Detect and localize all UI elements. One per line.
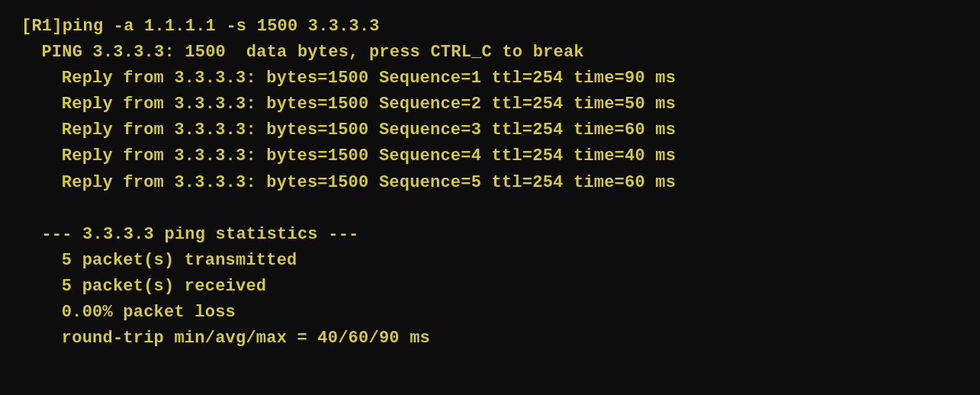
command-line: [R1]ping -a 1.1.1.1 -s 1500 3.3.3.3: [21, 14, 959, 40]
transmitted-line: 5 packet(s) transmitted: [21, 248, 959, 274]
reply-line-2: Reply from 3.3.3.3: bytes=1500 Sequence=…: [21, 92, 959, 117]
reply-line-4: Reply from 3.3.3.3: bytes=1500 Sequence=…: [21, 143, 959, 169]
terminal-window: [R1]ping -a 1.1.1.1 -s 1500 3.3.3.3 PING…: [0, 0, 980, 395]
loss-line: 0.00% packet loss: [21, 300, 959, 326]
blank-line: [21, 196, 959, 222]
rtt-line: round-trip min/avg/max = 40/60/90 ms: [21, 326, 959, 352]
received-line: 5 packet(s) received: [21, 274, 959, 300]
reply-line-3: Reply from 3.3.3.3: bytes=1500 Sequence=…: [21, 117, 959, 143]
ping-header-line: PING 3.3.3.3: 1500 data bytes, press CTR…: [21, 40, 959, 66]
reply-line-1: Reply from 3.3.3.3: bytes=1500 Sequence=…: [21, 66, 959, 92]
reply-line-5: Reply from 3.3.3.3: bytes=1500 Sequence=…: [21, 170, 959, 196]
stats-header-line: --- 3.3.3.3 ping statistics ---: [21, 222, 959, 248]
